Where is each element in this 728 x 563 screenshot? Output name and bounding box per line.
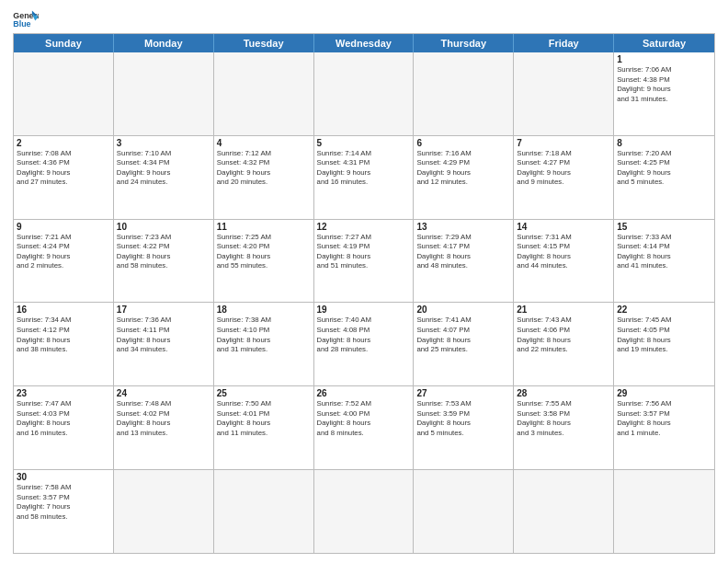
day-number: 5 — [317, 138, 411, 148]
sun-info: Sunrise: 7:25 AM Sunset: 4:20 PM Dayligh… — [217, 233, 311, 271]
day-number: 10 — [117, 222, 210, 232]
svg-text:Blue: Blue — [13, 19, 30, 29]
day-number: 27 — [416, 388, 510, 398]
calendar-cell — [314, 470, 415, 553]
day-number: 24 — [117, 388, 210, 398]
page-header: General Blue — [13, 9, 715, 29]
day-number: 12 — [317, 222, 411, 232]
sun-info: Sunrise: 7:41 AM Sunset: 4:07 PM Dayligh… — [416, 316, 510, 354]
header-day-tuesday: Tuesday — [214, 34, 314, 52]
calendar-cell: 9Sunrise: 7:21 AM Sunset: 4:24 PM Daylig… — [14, 220, 114, 303]
calendar-cell: 3Sunrise: 7:10 AM Sunset: 4:34 PM Daylig… — [114, 136, 214, 219]
calendar-cell — [214, 52, 314, 135]
day-number: 16 — [17, 304, 110, 315]
header-day-sunday: Sunday — [14, 34, 114, 52]
sun-info: Sunrise: 7:58 AM Sunset: 3:57 PM Dayligh… — [17, 483, 110, 522]
day-number: 19 — [317, 304, 411, 315]
calendar-cell — [514, 52, 614, 135]
day-number: 17 — [117, 304, 210, 315]
calendar-row: 16Sunrise: 7:34 AM Sunset: 4:12 PM Dayli… — [14, 302, 714, 385]
calendar-row: 2Sunrise: 7:08 AM Sunset: 4:36 PM Daylig… — [14, 135, 714, 219]
calendar-cell — [114, 470, 214, 553]
sun-info: Sunrise: 7:31 AM Sunset: 4:15 PM Dayligh… — [517, 233, 610, 271]
sun-info: Sunrise: 7:56 AM Sunset: 3:57 PM Dayligh… — [617, 399, 711, 438]
calendar-body: 1Sunrise: 7:06 AM Sunset: 4:38 PM Daylig… — [14, 52, 714, 553]
sun-info: Sunrise: 7:43 AM Sunset: 4:06 PM Dayligh… — [517, 316, 610, 354]
day-number: 7 — [517, 138, 610, 148]
day-number: 21 — [517, 304, 610, 315]
calendar-cell: 27Sunrise: 7:53 AM Sunset: 3:59 PM Dayli… — [414, 386, 514, 469]
day-number: 14 — [517, 222, 610, 232]
day-number: 3 — [117, 138, 210, 148]
calendar-row: 9Sunrise: 7:21 AM Sunset: 4:24 PM Daylig… — [14, 219, 714, 303]
header-day-thursday: Thursday — [414, 34, 514, 52]
sun-info: Sunrise: 7:08 AM Sunset: 4:36 PM Dayligh… — [17, 149, 110, 188]
calendar-cell: 1Sunrise: 7:06 AM Sunset: 4:38 PM Daylig… — [614, 52, 714, 135]
sun-info: Sunrise: 7:20 AM Sunset: 4:25 PM Dayligh… — [617, 149, 711, 188]
calendar-cell: 16Sunrise: 7:34 AM Sunset: 4:12 PM Dayli… — [14, 303, 114, 385]
calendar-cell: 25Sunrise: 7:50 AM Sunset: 4:01 PM Dayli… — [214, 386, 314, 469]
sun-info: Sunrise: 7:12 AM Sunset: 4:32 PM Dayligh… — [217, 149, 311, 188]
calendar-cell: 12Sunrise: 7:27 AM Sunset: 4:19 PM Dayli… — [314, 220, 415, 303]
sun-info: Sunrise: 7:21 AM Sunset: 4:24 PM Dayligh… — [17, 233, 110, 271]
day-number: 26 — [317, 388, 411, 398]
day-number: 11 — [217, 222, 311, 232]
sun-info: Sunrise: 7:14 AM Sunset: 4:31 PM Dayligh… — [317, 149, 411, 188]
day-number: 25 — [217, 388, 311, 398]
sun-info: Sunrise: 7:38 AM Sunset: 4:10 PM Dayligh… — [217, 316, 311, 354]
day-number: 28 — [517, 388, 610, 398]
day-number: 23 — [17, 388, 110, 398]
day-number: 18 — [217, 304, 311, 315]
sun-info: Sunrise: 7:06 AM Sunset: 4:38 PM Dayligh… — [617, 65, 711, 104]
calendar-cell — [414, 470, 514, 553]
calendar-cell: 7Sunrise: 7:18 AM Sunset: 4:27 PM Daylig… — [514, 136, 614, 219]
sun-info: Sunrise: 7:10 AM Sunset: 4:34 PM Dayligh… — [117, 149, 210, 188]
sun-info: Sunrise: 7:48 AM Sunset: 4:02 PM Dayligh… — [117, 399, 210, 438]
sun-info: Sunrise: 7:16 AM Sunset: 4:29 PM Dayligh… — [416, 149, 510, 188]
day-number: 9 — [17, 222, 110, 232]
day-number: 8 — [617, 138, 711, 148]
calendar-cell: 28Sunrise: 7:55 AM Sunset: 3:58 PM Dayli… — [514, 386, 614, 469]
day-number: 30 — [17, 472, 110, 482]
day-number: 22 — [617, 304, 711, 315]
header-day-saturday: Saturday — [614, 34, 714, 52]
sun-info: Sunrise: 7:52 AM Sunset: 4:00 PM Dayligh… — [317, 399, 411, 438]
sun-info: Sunrise: 7:45 AM Sunset: 4:05 PM Dayligh… — [617, 316, 711, 354]
sun-info: Sunrise: 7:40 AM Sunset: 4:08 PM Dayligh… — [317, 316, 411, 354]
calendar-cell: 17Sunrise: 7:36 AM Sunset: 4:11 PM Dayli… — [114, 303, 214, 385]
logo: General Blue — [13, 9, 40, 29]
header-day-wednesday: Wednesday — [314, 34, 415, 52]
calendar-cell: 11Sunrise: 7:25 AM Sunset: 4:20 PM Dayli… — [214, 220, 314, 303]
calendar-cell: 18Sunrise: 7:38 AM Sunset: 4:10 PM Dayli… — [214, 303, 314, 385]
calendar-cell: 21Sunrise: 7:43 AM Sunset: 4:06 PM Dayli… — [514, 303, 614, 385]
calendar-cell — [114, 52, 214, 135]
calendar-cell: 4Sunrise: 7:12 AM Sunset: 4:32 PM Daylig… — [214, 136, 314, 219]
calendar-cell — [514, 470, 614, 553]
calendar-row: 1Sunrise: 7:06 AM Sunset: 4:38 PM Daylig… — [14, 52, 714, 135]
calendar-cell: 19Sunrise: 7:40 AM Sunset: 4:08 PM Dayli… — [314, 303, 415, 385]
calendar-cell: 23Sunrise: 7:47 AM Sunset: 4:03 PM Dayli… — [14, 386, 114, 469]
calendar-cell — [214, 470, 314, 553]
day-number: 6 — [416, 138, 510, 148]
calendar-cell — [314, 52, 415, 135]
day-number: 4 — [217, 138, 311, 148]
sun-info: Sunrise: 7:23 AM Sunset: 4:22 PM Dayligh… — [117, 233, 210, 271]
calendar-cell: 8Sunrise: 7:20 AM Sunset: 4:25 PM Daylig… — [614, 136, 714, 219]
sun-info: Sunrise: 7:27 AM Sunset: 4:19 PM Dayligh… — [317, 233, 411, 271]
day-number: 1 — [617, 54, 711, 64]
calendar-row: 30Sunrise: 7:58 AM Sunset: 3:57 PM Dayli… — [14, 469, 714, 553]
sun-info: Sunrise: 7:47 AM Sunset: 4:03 PM Dayligh… — [17, 399, 110, 438]
calendar-cell — [614, 470, 714, 553]
calendar-cell: 30Sunrise: 7:58 AM Sunset: 3:57 PM Dayli… — [14, 470, 114, 553]
calendar-row: 23Sunrise: 7:47 AM Sunset: 4:03 PM Dayli… — [14, 385, 714, 469]
sun-info: Sunrise: 7:50 AM Sunset: 4:01 PM Dayligh… — [217, 399, 311, 438]
calendar-cell: 29Sunrise: 7:56 AM Sunset: 3:57 PM Dayli… — [614, 386, 714, 469]
day-number: 13 — [416, 222, 510, 232]
sun-info: Sunrise: 7:55 AM Sunset: 3:58 PM Dayligh… — [517, 399, 610, 438]
sun-info: Sunrise: 7:18 AM Sunset: 4:27 PM Dayligh… — [517, 149, 610, 188]
calendar-cell — [414, 52, 514, 135]
calendar-cell — [14, 52, 114, 135]
sun-info: Sunrise: 7:29 AM Sunset: 4:17 PM Dayligh… — [416, 233, 510, 271]
calendar-header: SundayMondayTuesdayWednesdayThursdayFrid… — [14, 34, 714, 52]
calendar-cell: 20Sunrise: 7:41 AM Sunset: 4:07 PM Dayli… — [414, 303, 514, 385]
